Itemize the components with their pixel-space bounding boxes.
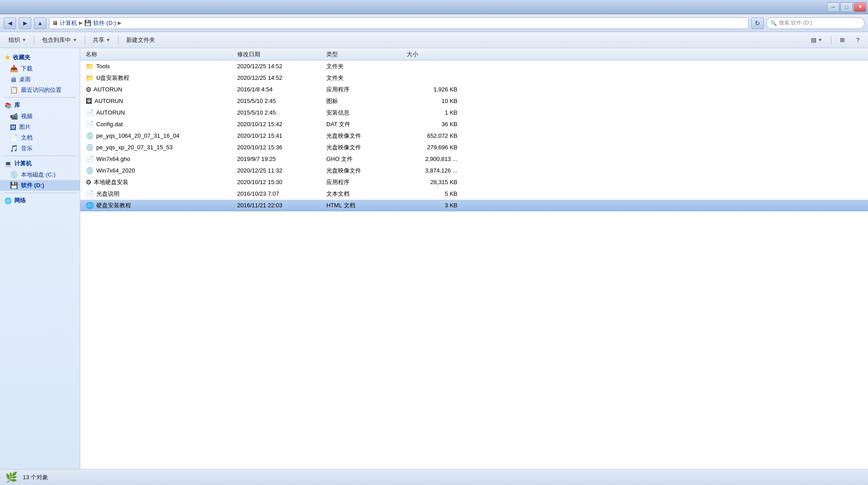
table-row[interactable]: 📄Config.dat2020/10/12 15:42DAT 文件36 KB — [80, 119, 868, 130]
file-type-cell: 文件夹 — [323, 62, 403, 70]
file-name-cell: 📄AUTORUN — [82, 109, 234, 117]
file-name: 光盘说明 — [96, 190, 119, 198]
sidebar-library-header[interactable]: 📚 库 — [0, 99, 80, 111]
sidebar-divider-1 — [4, 97, 76, 98]
file-name-cell: 🖼AUTORUN — [82, 97, 234, 105]
breadcrumb-sep-2: ▶ — [118, 20, 121, 26]
file-date-cell: 2020/10/12 15:42 — [234, 121, 323, 127]
file-list: 📁Tools2020/12/25 14:52文件夹📁U盘安装教程2020/12/… — [80, 61, 868, 469]
pictures-icon: 🖼 — [10, 123, 16, 131]
file-name: Tools — [96, 63, 110, 70]
sidebar-computer-label: 计算机 — [14, 160, 32, 168]
toolbar: 组织 ▼ 包含到库中 ▼ 共享 ▼ 新建文件夹 ▤ ▼ ⊞ ? — [0, 32, 868, 48]
sidebar-computer-header[interactable]: 💻 计算机 — [0, 158, 80, 169]
file-size-cell: 279,696 KB — [403, 144, 461, 151]
search-icon: 🔍 — [770, 20, 777, 26]
sidebar-network-header[interactable]: 🌐 网络 — [0, 195, 80, 206]
main-area: ★ 收藏夹 📥 下载 🖥 桌面 📋 最近访问的位置 📚 库 — [0, 48, 868, 469]
breadcrumb-computer[interactable]: 计算机 — [60, 19, 77, 27]
addressbar: ◀ ▶ ▲ 🖥 计算机 ▶ 💾 软件 (D:) ▶ ↻ 🔍 搜索 软件 (D:) — [0, 14, 868, 32]
sidebar-library-label: 库 — [14, 101, 20, 109]
layout-button[interactable]: ⊞ — [835, 34, 850, 46]
sidebar-item-video[interactable]: 📹 视频 — [0, 111, 80, 122]
file-size-cell: 3 KB — [403, 202, 461, 209]
file-name-cell: 📄光盘说明 — [82, 190, 234, 198]
help-icon: ? — [856, 37, 860, 43]
file-type-cell: 光盘映像文件 — [323, 132, 403, 140]
search-placeholder: 搜索 软件 (D:) — [779, 19, 812, 27]
table-row[interactable]: 💿pe_yqs_xp_20_07_31_15_532020/10/12 15:3… — [80, 142, 868, 153]
sidebar-item-music[interactable]: 🎵 音乐 — [0, 143, 80, 154]
file-size-cell: 2,900,813 ... — [403, 156, 461, 162]
sidebar-favorites-header[interactable]: ★ 收藏夹 — [0, 52, 80, 63]
col-date-label: 修改日期 — [237, 50, 260, 58]
statusbar: 🌿 13 个对象 — [0, 469, 868, 485]
table-row[interactable]: 📄Win7x64.gho2019/9/7 19:25GHO 文件2,900,81… — [80, 153, 868, 165]
table-row[interactable]: 📁U盘安装教程2020/12/25 14:52文件夹 — [80, 72, 868, 84]
breadcrumb-drive[interactable]: 软件 (D:) — [93, 19, 116, 27]
table-row[interactable]: ⚙本地硬盘安装2020/10/12 15:30应用程序28,315 KB — [80, 177, 868, 188]
col-header-size[interactable]: 大小 — [403, 48, 461, 60]
organize-button[interactable]: 组织 ▼ — [4, 34, 31, 46]
sidebar-item-desktop[interactable]: 🖥 桌面 — [0, 74, 80, 85]
table-row[interactable]: 📄AUTORUN2015/5/10 2:45安装信息1 KB — [80, 107, 868, 119]
table-row[interactable]: 📁Tools2020/12/25 14:52文件夹 — [80, 61, 868, 72]
documents-icon: 📄 — [10, 134, 18, 142]
search-bar: 🔍 搜索 软件 (D:) — [766, 17, 864, 29]
sidebar-item-recent[interactable]: 📋 最近访问的位置 — [0, 85, 80, 95]
file-date-cell: 2015/5/10 2:45 — [234, 109, 323, 116]
table-row[interactable]: 💿pe_yqs_1064_20_07_31_16_042020/10/12 15… — [80, 130, 868, 142]
col-header-date[interactable]: 修改日期 — [234, 48, 323, 60]
sidebar: ★ 收藏夹 📥 下载 🖥 桌面 📋 最近访问的位置 📚 库 — [0, 48, 80, 469]
forward-button[interactable]: ▶ — [19, 17, 31, 29]
maximize-button[interactable]: □ — [840, 2, 853, 12]
sidebar-item-c-drive[interactable]: 💿 本地磁盘 (C:) — [0, 169, 80, 180]
table-row[interactable]: 💿Win7x64_20202020/12/25 11:32光盘映像文件3,874… — [80, 165, 868, 177]
include-button[interactable]: 包含到库中 ▼ — [37, 34, 82, 46]
file-name: AUTORUN — [96, 109, 125, 116]
sidebar-section-library: 📚 库 📹 视频 🖼 图片 📄 文档 🎵 音乐 — [0, 99, 80, 154]
file-size-cell: 1,926 KB — [403, 86, 461, 93]
sidebar-item-d-drive[interactable]: 💾 软件 (D:) — [0, 180, 80, 191]
file-name: U盘安装教程 — [96, 74, 129, 82]
file-size-cell: 652,072 KB — [403, 132, 461, 139]
share-label: 共享 — [93, 36, 104, 44]
share-button[interactable]: 共享 ▼ — [88, 34, 115, 46]
toolbar-sep-2 — [85, 36, 85, 45]
refresh-button[interactable]: ↻ — [751, 17, 764, 29]
sidebar-video-label: 视频 — [21, 112, 33, 120]
table-row[interactable]: 🌐硬盘安装教程2016/11/21 22:03HTML 文档3 KB — [80, 200, 868, 211]
minimize-button[interactable]: ─ — [827, 2, 839, 12]
file-date-cell: 2019/9/7 19:25 — [234, 156, 323, 162]
network-icon: 🌐 — [4, 197, 12, 204]
file-icon: 🖼 — [86, 97, 92, 105]
file-date-cell: 2016/11/21 22:03 — [234, 202, 323, 209]
file-date-cell: 2020/12/25 11:32 — [234, 167, 323, 174]
status-count: 13 个对象 — [23, 473, 48, 481]
sidebar-section-computer: 💻 计算机 💿 本地磁盘 (C:) 💾 软件 (D:) — [0, 158, 80, 191]
library-icon: 📚 — [4, 102, 12, 109]
up-button[interactable]: ▲ — [34, 17, 46, 29]
sidebar-item-downloads[interactable]: 📥 下载 — [0, 63, 80, 74]
file-type-cell: 图标 — [323, 97, 403, 105]
col-header-type[interactable]: 类型 — [323, 48, 403, 60]
help-button[interactable]: ? — [852, 34, 864, 46]
new-folder-button[interactable]: 新建文件夹 — [121, 34, 160, 46]
view-button[interactable]: ▤ ▼ — [806, 34, 827, 46]
recent-icon: 📋 — [10, 86, 18, 94]
table-row[interactable]: ⚙AUTORUN2016/1/8 4:54应用程序1,926 KB — [80, 84, 868, 95]
file-size-cell: 36 KB — [403, 121, 461, 127]
sidebar-music-label: 音乐 — [21, 144, 33, 152]
col-header-name[interactable]: 名称 — [82, 48, 234, 60]
sidebar-item-documents[interactable]: 📄 文档 — [0, 132, 80, 143]
sidebar-item-pictures[interactable]: 🖼 图片 — [0, 122, 80, 132]
video-icon: 📹 — [10, 112, 18, 120]
computer-icon: 💻 — [4, 160, 12, 167]
back-button[interactable]: ◀ — [4, 17, 16, 29]
table-row[interactable]: 🖼AUTORUN2015/5/10 2:45图标10 KB — [80, 95, 868, 107]
file-name: AUTORUN — [95, 98, 123, 104]
close-button[interactable]: ✕ — [854, 2, 866, 12]
organize-arrow: ▼ — [22, 37, 26, 42]
table-row[interactable]: 📄光盘说明2016/10/23 7:07文本文档5 KB — [80, 188, 868, 200]
organize-label: 组织 — [8, 36, 20, 44]
